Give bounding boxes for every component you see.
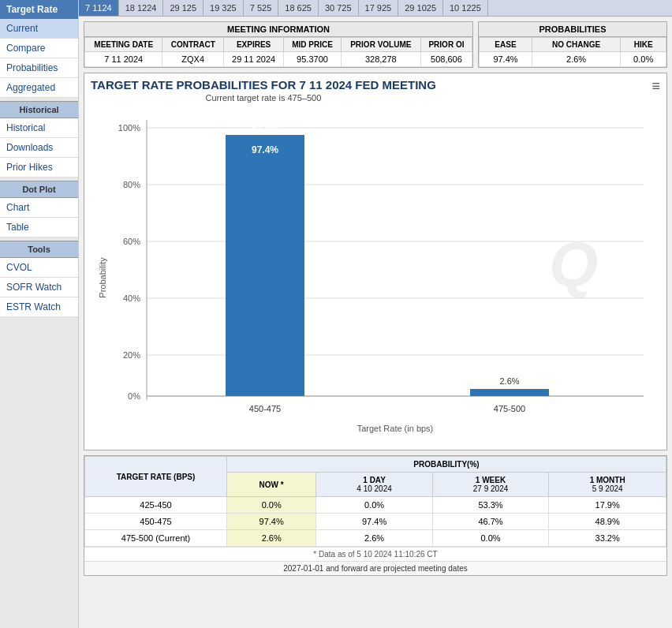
rate-425-450: 425-450 [85,497,227,514]
1day-425-450: 0.0% [316,497,432,514]
expires-value: 29 11 2024 [223,52,283,67]
1day-450-475: 97.4% [316,514,432,530]
tab-7-525[interactable]: 7 525 [244,0,279,16]
chart-box: TARGET RATE PROBABILITIES FOR 7 11 2024 … [84,73,667,450]
sidebar-item-chart[interactable]: Chart [0,198,78,218]
sidebar-item-historical[interactable]: Historical [0,118,78,138]
tab-29-1025[interactable]: 29 1025 [398,0,443,16]
tab-18-625[interactable]: 18 625 [278,0,319,16]
meeting-info-box: MEETING INFORMATION MEETING DATE CONTRAC… [84,21,473,68]
rate-450-475: 450-475 [85,514,227,530]
sidebar: Target Rate Current Compare Probabilitie… [0,0,79,628]
sidebar-item-sofr-watch[interactable]: SOFR Watch [0,278,78,297]
1week-425-450: 53.3% [432,497,548,514]
col-contract: CONTRACT [162,38,223,52]
chart-menu-icon[interactable]: ≡ [651,78,660,95]
prior-volume-value: 328,278 [341,52,420,67]
chart-svg: Probability 100% 80% [91,104,659,443]
no-change-value: 2.6% [532,52,620,67]
sidebar-item-prior-hikes[interactable]: Prior Hikes [0,158,78,178]
svg-text:100%: 100% [118,123,140,133]
1month-450-475: 48.9% [549,514,666,530]
footer-projected: 2027-01-01 and forward are projected mee… [84,561,666,575]
prior-oi-value: 508,606 [420,52,472,67]
col-no-change: NO CHANGE [532,38,620,52]
meeting-info-header: MEETING INFORMATION [84,22,472,37]
bar-450-475 [226,135,304,396]
probabilities-box: PROBABILITIES EASE NO CHANGE HIKE 97.4% [478,21,667,68]
svg-text:20%: 20% [123,350,140,360]
1week-450-475: 46.7% [432,514,548,530]
bottom-probability-table: TARGET RATE (BPS) PROBABILITY(%) NOW * 1… [84,456,666,547]
meeting-info-table: MEETING DATE CONTRACT EXPIRES MID PRICE … [84,37,472,67]
sidebar-item-current[interactable]: Current [0,19,78,39]
now-425-450: 0.0% [227,497,316,514]
chart-svg-container: Probability 100% 80% [84,104,666,450]
chart-header: TARGET RATE PROBABILITIES FOR 7 11 2024 … [84,73,666,104]
meeting-info-row: 7 11 2024 ZQX4 29 11 2024 95.3700 328,27… [85,52,472,67]
sidebar-item-cvol[interactable]: CVOL [0,258,78,278]
tab-7-1124[interactable]: 7 1124 [79,0,119,16]
svg-text:60%: 60% [123,237,140,246]
col-expires: EXPIRES [223,38,283,52]
svg-text:Target Rate (in bps): Target Rate (in bps) [357,424,434,433]
mid-price-value: 95.3700 [284,52,342,67]
dot-plot-section-header: Dot Plot [0,181,78,198]
ease-value: 97.4% [480,52,532,67]
svg-text:2.6%: 2.6% [499,376,519,386]
now-475-500: 2.6% [227,530,316,547]
prob-row: 97.4% 2.6% 0.0% [480,52,666,67]
table-row-475-500: 475-500 (Current) 2.6% 2.6% 0.0% 33.2% [85,530,666,547]
sidebar-item-downloads[interactable]: Downloads [0,138,78,158]
tab-29-125[interactable]: 29 125 [163,0,203,16]
rate-475-500: 475-500 (Current) [85,530,227,547]
1week-475-500: 0.0% [432,530,548,547]
target-rate-header[interactable]: Target Rate [0,0,78,19]
svg-text:450-475: 450-475 [249,404,281,413]
svg-text:40%: 40% [123,293,140,303]
sidebar-item-aggregated[interactable]: Aggregated [0,78,78,98]
contract-value: ZQX4 [162,52,223,67]
tab-19-325[interactable]: 19 325 [203,0,244,16]
tab-10-1225[interactable]: 10 1225 [443,0,488,16]
tab-18-1224[interactable]: 18 1224 [119,0,164,16]
svg-text:0%: 0% [128,391,140,401]
content-area: MEETING INFORMATION MEETING DATE CONTRAC… [79,17,672,628]
col-prior-oi: PRIOR OI [420,38,472,52]
1month-425-450: 17.9% [549,497,666,514]
svg-text:97.4%: 97.4% [252,144,278,155]
table-row-450-475: 450-475 97.4% 97.4% 46.7% 48.9% [85,514,666,530]
col-hike: HIKE [621,38,666,52]
historical-section-header: Historical [0,101,78,118]
bar-475-500 [470,389,549,396]
probabilities-header: PROBABILITIES [479,22,666,37]
table-row-425-450: 425-450 0.0% 0.0% 53.3% 17.9% [85,497,666,514]
sidebar-item-compare[interactable]: Compare [0,39,78,58]
meeting-date-value: 7 11 2024 [85,52,162,67]
chart-title: TARGET RATE PROBABILITIES FOR 7 11 2024 … [91,78,436,103]
col-1month: 1 MONTH5 9 2024 [549,473,666,497]
col-ease: EASE [480,38,532,52]
tab-30-725[interactable]: 30 725 [319,0,359,16]
1month-475-500: 33.2% [549,530,666,547]
probability-group-header: PROBABILITY(%) [227,457,666,473]
col-1week: 1 WEEK27 9 2024 [432,473,548,497]
sidebar-item-table[interactable]: Table [0,218,78,237]
1day-475-500: 2.6% [316,530,432,547]
main-content: 7 1124 18 1224 29 125 19 325 7 525 18 62… [79,0,672,628]
col-prior-volume: PRIOR VOLUME [341,38,420,52]
sidebar-item-probabilities[interactable]: Probabilities [0,58,78,78]
info-row: MEETING INFORMATION MEETING DATE CONTRAC… [84,21,667,68]
tab-bar: 7 1124 18 1224 29 125 19 325 7 525 18 62… [79,0,672,17]
col-meeting-date: MEETING DATE [85,38,162,52]
tools-section-header: Tools [0,241,78,258]
probabilities-table: EASE NO CHANGE HIKE 97.4% 2.6% 0.0% [479,37,666,67]
col-now: NOW * [227,473,316,497]
hike-value: 0.0% [621,52,666,67]
tab-17-925[interactable]: 17 925 [359,0,399,16]
svg-text:Probability: Probability [98,257,107,298]
sidebar-item-estr-watch[interactable]: ESTR Watch [0,297,78,317]
svg-text:97.4%: 97.4% [252,122,278,133]
svg-text:Q: Q [549,229,598,299]
col-mid-price: MID PRICE [284,38,342,52]
